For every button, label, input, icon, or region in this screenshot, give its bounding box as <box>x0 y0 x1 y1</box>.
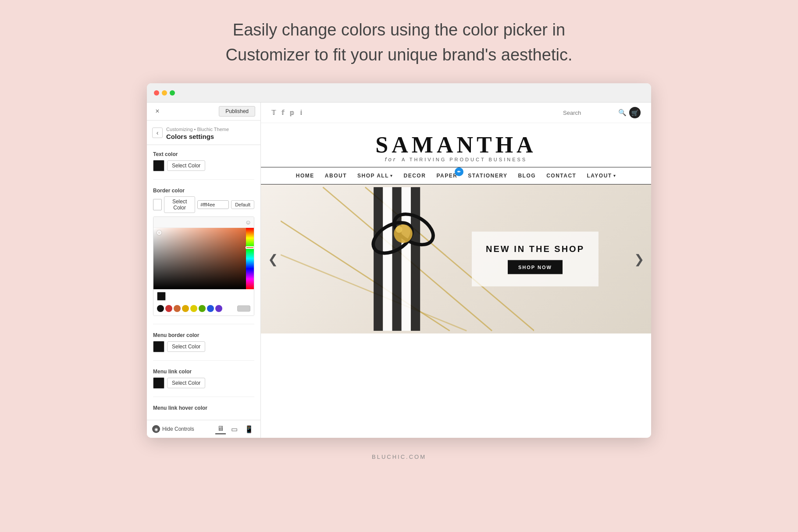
edit-badge: ✏ <box>455 167 463 176</box>
cart-icon[interactable]: 🛒 <box>629 107 641 118</box>
breadcrumb-title: Colors settings <box>166 133 229 140</box>
browser-chrome <box>147 83 651 103</box>
breadcrumb-text: Customizing • Bluchic Theme Colors setti… <box>166 127 229 140</box>
hide-controls-button[interactable]: ◉ Hide Controls <box>152 425 194 433</box>
swatch-red[interactable] <box>165 305 172 312</box>
menu-border-select-button[interactable]: Select Color <box>167 341 205 352</box>
tablet-view-button[interactable]: ▭ <box>229 424 239 434</box>
text-color-section: Text color Select Color <box>153 151 254 171</box>
site-header: SAMANTHA for A THRIVING PRODUCT BUSINESS <box>261 123 651 167</box>
published-button[interactable]: Published <box>219 106 255 117</box>
nav-layout[interactable]: LAYOUT ▾ <box>587 173 616 179</box>
instagram-icon[interactable]: 𝕚 <box>300 109 302 117</box>
nav-paper[interactable]: PAPER ✏ <box>436 173 457 179</box>
svg-rect-8 <box>410 187 420 331</box>
text-color-swatch <box>153 160 164 171</box>
menu-link-select-button[interactable]: Select Color <box>167 378 205 388</box>
nav-home[interactable]: HOME <box>296 173 314 179</box>
swatch-purple[interactable] <box>215 305 222 312</box>
hide-controls-label: Hide Controls <box>162 426 194 432</box>
intro-line2: Customizer to fit your unique brand's ae… <box>226 46 573 64</box>
site-hero: NEW IN THE SHOP SHOP NOW ❮ ❯ <box>261 184 651 333</box>
text-color-select-button[interactable]: Select Color <box>167 160 205 171</box>
breadcrumb-top: Customizing • Bluchic Theme <box>166 127 229 132</box>
nav-contact[interactable]: CONTACT <box>546 173 576 179</box>
divider-3 <box>153 360 254 361</box>
picker-close-icon[interactable]: ☺ <box>245 219 251 226</box>
border-default-button[interactable]: Default <box>231 200 254 209</box>
divider-2 <box>153 324 254 324</box>
gradient-cursor <box>157 231 161 235</box>
opacity-slider[interactable] <box>237 305 250 312</box>
view-icons: 🖥 ▭ 📱 <box>215 424 255 434</box>
divider-1 <box>153 179 254 180</box>
swatch-green[interactable] <box>199 305 206 312</box>
search-icon[interactable]: 🔍 <box>618 109 627 117</box>
nav-stationery[interactable]: STATIONERY <box>468 173 507 179</box>
site-nav: HOME ABOUT SHOP ALL ▾ DECOR PAPER ✏ STAT… <box>261 167 651 184</box>
intro-text: Easily change colors using the color pic… <box>226 18 573 67</box>
gradient-dark-overlay <box>153 228 246 289</box>
border-color-swatch <box>153 199 162 210</box>
nav-blog[interactable]: BLOG <box>518 173 536 179</box>
search-input[interactable] <box>563 110 616 116</box>
sidebar-topbar: × Published <box>147 103 260 121</box>
menu-border-swatch <box>153 341 164 352</box>
divider-4 <box>153 397 254 397</box>
hero-prev-button[interactable]: ❮ <box>268 252 278 266</box>
site-topbar: 𝕋 𝕗 𝕡 𝕚 🔍 🛒 <box>261 103 651 123</box>
color-gradient-area[interactable] <box>153 228 246 289</box>
border-color-select-button[interactable]: Select Color <box>164 196 195 213</box>
browser-dots <box>154 90 175 96</box>
content-area: × Published ‹ Customizing • Bluchic Them… <box>147 103 651 438</box>
browser-window: × Published ‹ Customizing • Bluchic Them… <box>147 83 651 438</box>
tagline-text: A THRIVING PRODUCT BUSINESS <box>402 157 527 162</box>
back-button[interactable]: ‹ <box>152 128 163 138</box>
sidebar-close-button[interactable]: × <box>152 106 163 117</box>
hide-controls-icon: ◉ <box>152 425 160 433</box>
social-icons: 𝕋 𝕗 𝕡 𝕚 <box>271 109 302 117</box>
dot-yellow <box>162 90 167 96</box>
sidebar-breadcrumb: ‹ Customizing • Bluchic Theme Colors set… <box>147 121 260 145</box>
dot-green <box>170 90 175 96</box>
current-color-preview <box>157 292 166 301</box>
color-swatches-row <box>153 303 254 316</box>
swatch-blue[interactable] <box>207 305 214 312</box>
desktop-view-button[interactable]: 🖥 <box>215 424 226 434</box>
hero-title: NEW IN THE SHOP <box>486 244 584 254</box>
swatch-black[interactable] <box>157 305 164 312</box>
menu-link-swatch <box>153 377 164 389</box>
swatch-orange-dark[interactable] <box>174 305 181 312</box>
dot-red <box>154 90 159 96</box>
hue-bar[interactable] <box>246 228 254 289</box>
twitter-icon[interactable]: 𝕋 <box>271 109 276 117</box>
border-hex-input[interactable] <box>197 200 229 209</box>
swatch-yellow[interactable] <box>190 305 197 312</box>
page-footer: BLUCHIC.COM <box>372 454 426 460</box>
menu-hover-section: Menu link hover color <box>153 405 254 414</box>
hero-next-button[interactable]: ❯ <box>634 252 644 266</box>
menu-border-label: Menu border color <box>153 332 254 338</box>
color-picker-header: ☺ <box>153 217 254 228</box>
site-logo: SAMANTHA <box>261 132 651 158</box>
nav-decor[interactable]: DECOR <box>404 173 426 179</box>
color-picker-controls <box>153 289 254 303</box>
sidebar-body: Text color Select Color Border color Sel… <box>147 145 260 420</box>
border-color-section: Border color Select Color Default ☺ <box>153 188 254 316</box>
nav-about[interactable]: ABOUT <box>325 173 347 179</box>
nav-shop-all[interactable]: SHOP ALL ▾ <box>357 173 393 179</box>
mobile-view-button[interactable]: 📱 <box>243 424 255 434</box>
svg-rect-7 <box>401 187 410 331</box>
hue-bar-thumb <box>246 246 254 249</box>
menu-link-label: Menu link color <box>153 369 254 375</box>
pinterest-icon[interactable]: 𝕡 <box>290 109 295 117</box>
menu-link-section: Menu link color Select Color <box>153 369 254 389</box>
swatch-gold[interactable] <box>182 305 189 312</box>
facebook-icon[interactable]: 𝕗 <box>281 109 285 117</box>
website-preview: 𝕋 𝕗 𝕡 𝕚 🔍 🛒 SAMANTHA for A THRIVING PROD… <box>261 103 651 438</box>
sidebar-bottom: ◉ Hide Controls 🖥 ▭ 📱 <box>147 420 260 438</box>
site-search: 🔍 🛒 <box>563 107 641 118</box>
site-tagline: for A THRIVING PRODUCT BUSINESS <box>261 156 651 163</box>
hero-cta-button[interactable]: SHOP NOW <box>508 260 563 274</box>
svg-rect-6 <box>392 187 401 331</box>
